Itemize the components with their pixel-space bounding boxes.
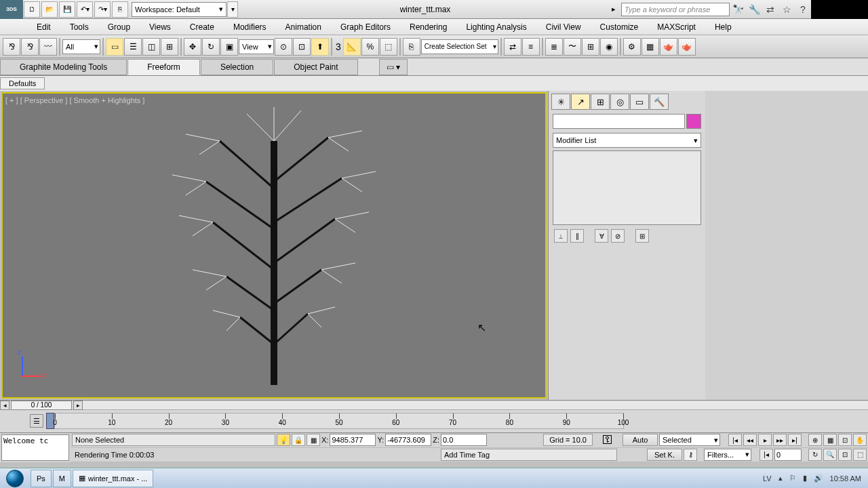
spinner-snap-icon[interactable]: ⬚ [380, 38, 397, 56]
use-center-icon[interactable]: ⊙ [275, 38, 292, 56]
scroll-track[interactable] [83, 401, 868, 409]
window-crossing-icon[interactable]: ⊞ [161, 38, 178, 56]
scale-icon[interactable]: ▣ [220, 38, 238, 56]
align-icon[interactable]: ≡ [522, 38, 540, 56]
redo-icon[interactable]: ↷▾ [94, 1, 111, 18]
app-logo[interactable]: 3DS [0, 0, 23, 19]
motion-tab-icon[interactable]: ◎ [610, 94, 629, 110]
system-tray[interactable]: LV ▴ ⚐ ▮ 🔊 10:58 AM [756, 474, 868, 483]
layers-icon[interactable]: ≣ [545, 38, 563, 56]
menu-rendering[interactable]: Rendering [400, 19, 456, 35]
link-icon[interactable]: ⎘ [112, 1, 128, 18]
window-controls[interactable] [811, 0, 868, 19]
render-icon[interactable]: 🫖 [660, 38, 677, 56]
scroll-right-icon[interactable]: ▸ [73, 401, 83, 410]
goto-start-icon[interactable]: |◂ [728, 434, 742, 446]
lang-indicator[interactable]: LV [763, 474, 772, 483]
menu-lighting-analysis[interactable]: Lighting Analysis [456, 19, 536, 35]
move-icon[interactable]: ✥ [184, 38, 201, 56]
flag-icon[interactable]: ⚐ [789, 474, 796, 483]
nav-1-icon[interactable]: ⊕ [808, 434, 822, 446]
time-ruler[interactable]: 0102030405060708090100 [54, 413, 624, 429]
menu-civil-view[interactable]: Civil View [536, 19, 591, 35]
set-key-button[interactable]: Set K. [647, 449, 682, 461]
open-icon[interactable]: 📂 [41, 1, 58, 18]
filters-dropdown[interactable]: Filters... [704, 449, 751, 461]
workspace-dropdown[interactable]: Workspace: Default [132, 2, 226, 17]
network-icon[interactable]: ▮ [803, 474, 807, 483]
ref-coord-dropdown[interactable]: View [239, 39, 274, 54]
taskbar-app-2[interactable]: M [53, 470, 71, 487]
nav-5-icon[interactable]: ↻ [808, 449, 822, 461]
ribbon-collapse-icon[interactable]: ▭ ▾ [379, 59, 408, 75]
time-tag[interactable]: Add Time Tag [441, 449, 617, 461]
y-coord-input[interactable] [385, 434, 431, 446]
menu-maxscript[interactable]: MAXScript [648, 19, 705, 35]
utilities-tab-icon[interactable]: 🔨 [650, 94, 669, 110]
viewport-label[interactable]: [ + ] [ Perspective ] [ Smooth + Highlig… [5, 96, 144, 104]
unique-icon[interactable]: ∀ [595, 229, 608, 243]
taskbar-app-3dsmax[interactable]: ▦ winter_ttt.max - ... [73, 470, 153, 487]
goto-end-icon[interactable]: ▸| [788, 434, 802, 446]
render-frame-icon[interactable]: ▦ [642, 38, 659, 56]
menu-edit[interactable]: Edit [27, 19, 60, 35]
select-name-icon[interactable]: ☰ [124, 38, 142, 56]
manipulate-icon[interactable]: ⊡ [293, 38, 311, 56]
modifier-list-dropdown[interactable]: Modifier List [553, 133, 701, 148]
remove-mod-icon[interactable]: ⊘ [611, 229, 625, 243]
pin-stack-icon[interactable]: ⟂ [554, 229, 568, 243]
object-name-input[interactable] [553, 114, 685, 129]
key-icon[interactable]: ⚿ [594, 434, 621, 446]
new-icon[interactable]: 🗋 [24, 1, 40, 18]
mirror-icon[interactable]: ⇄ [504, 38, 521, 56]
nav-8-icon[interactable]: ⬚ [853, 449, 867, 461]
tab-selection[interactable]: Selection [201, 59, 273, 75]
timeline-menu-icon[interactable]: ☰ [30, 414, 43, 428]
select-link-icon[interactable]: ⅋ [3, 38, 20, 56]
selection-lock-icon[interactable]: 🔒 [292, 434, 305, 446]
frame-spinner[interactable]: 0 [774, 449, 802, 461]
play-icon[interactable]: ▸ [612, 5, 621, 14]
isolate-icon[interactable]: ▦ [307, 434, 320, 446]
schematic-icon[interactable]: ⊞ [582, 38, 599, 56]
menu-group[interactable]: Group [98, 19, 140, 35]
lock-selection-icon[interactable]: 💡 [277, 434, 290, 446]
star-icon[interactable]: ☆ [778, 1, 795, 18]
viewport-perspective[interactable]: [ + ] [ Perspective ] [ Smooth + Highlig… [1, 92, 547, 399]
modify-tab-icon[interactable]: ↗ [571, 94, 590, 110]
tray-up-icon[interactable]: ▴ [778, 474, 783, 483]
rotate-icon[interactable]: ↻ [202, 38, 220, 56]
nav-2-icon[interactable]: ▦ [823, 434, 837, 446]
selection-filter-dropdown[interactable]: All [62, 39, 100, 54]
menu-create[interactable]: Create [180, 19, 224, 35]
start-button[interactable] [0, 468, 30, 489]
selection-set-dropdown[interactable]: Create Selection Set [421, 39, 498, 54]
unlink-icon[interactable]: ⅋ [21, 38, 39, 56]
configure-icon[interactable]: ⊞ [635, 229, 649, 243]
taskbar-app-1[interactable]: Ps [31, 470, 52, 487]
menu-customize[interactable]: Customize [591, 19, 648, 35]
angle-snap-icon[interactable]: 📐 [343, 38, 361, 56]
select-region-icon[interactable]: ◫ [142, 38, 160, 56]
select-object-icon[interactable]: ▭ [106, 38, 123, 56]
clock[interactable]: 10:58 AM [830, 474, 861, 483]
display-tab-icon[interactable]: ▭ [630, 94, 649, 110]
create-tab-icon[interactable]: ✳ [551, 94, 570, 110]
z-coord-input[interactable] [441, 434, 487, 446]
menu-animation[interactable]: Animation [276, 19, 331, 35]
object-color-swatch[interactable] [686, 114, 701, 129]
workspace-menu-icon[interactable]: ▾ [227, 1, 238, 18]
prev-frame-icon[interactable]: ◂◂ [743, 434, 757, 446]
render-prod-icon[interactable]: 🫖 [678, 38, 696, 56]
tab-freeform[interactable]: Freeform [127, 59, 200, 75]
nav-7-icon[interactable]: ⊡ [838, 449, 852, 461]
binoculars-icon[interactable]: 🔭 [730, 1, 746, 18]
auto-key-button[interactable]: Auto [623, 434, 658, 446]
hierarchy-tab-icon[interactable]: ⊞ [591, 94, 610, 110]
tab-graphite[interactable]: Graphite Modeling Tools [0, 59, 127, 75]
nav-4-icon[interactable]: ✋ [853, 434, 867, 446]
volume-icon[interactable]: 🔊 [814, 474, 823, 483]
menu-views[interactable]: Views [140, 19, 180, 35]
play-icon[interactable]: ▸ [758, 434, 772, 446]
prev-key-icon[interactable]: |◂ [760, 449, 773, 461]
